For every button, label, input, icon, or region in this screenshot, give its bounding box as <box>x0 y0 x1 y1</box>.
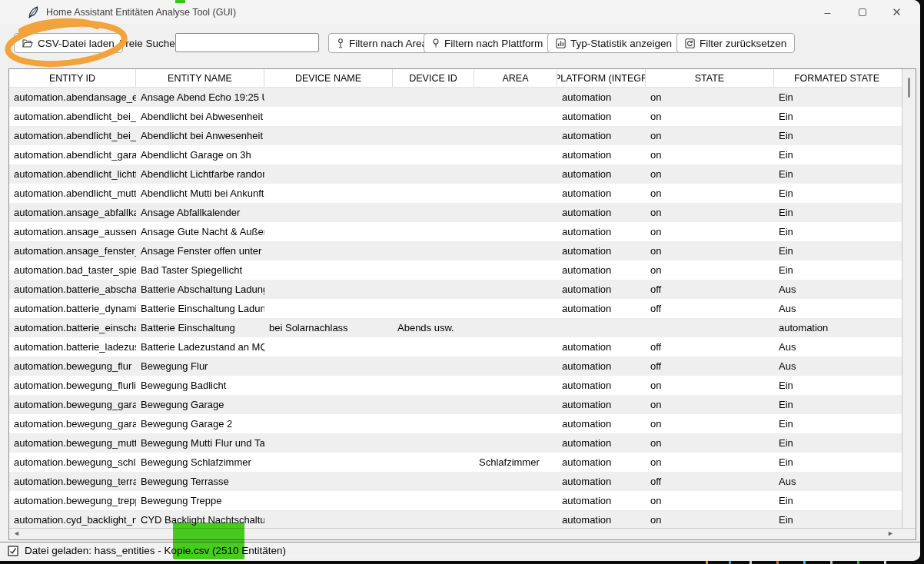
cell-state: on <box>646 107 774 126</box>
cell-entity-id: automation.bewegung_treppe <box>9 491 136 510</box>
cell-formated-state: Ein <box>774 491 899 510</box>
cell-entity-id: automation.ansage_abfallkale <box>9 203 136 222</box>
filter-area-button[interactable]: Filtern nach Area <box>328 33 436 53</box>
maximize-button[interactable] <box>845 0 879 24</box>
maximize-icon <box>859 8 866 16</box>
vertical-scrollbar[interactable] <box>902 69 916 528</box>
table-row[interactable]: automation.bewegung_flurBewegung Fluraut… <box>9 357 902 376</box>
table-row[interactable]: automation.ansage_abfallkaleAnsage Abfal… <box>9 203 902 222</box>
column-header-entity-name[interactable]: ENTITY NAME <box>136 69 264 87</box>
cell-platform: automation <box>557 164 646 184</box>
open-folder-icon <box>22 38 33 48</box>
reset-filter-button[interactable]: Filter zurücksetzen <box>676 33 795 53</box>
table-row[interactable]: automation.abendlicht_garagAbendlicht Ga… <box>9 145 902 164</box>
table-row[interactable]: automation.abendlicht_mutti_Abendlicht M… <box>9 184 902 203</box>
cell-entity-id: automation.abendlicht_mutti_ <box>9 184 136 203</box>
cell-entity-id: automation.bewegung_flurlich <box>9 376 136 395</box>
cell-formated-state: Ein <box>774 88 899 107</box>
cell-device-id <box>393 184 474 203</box>
table-row[interactable]: automation.bewegung_garagBewegung Garage… <box>9 395 902 414</box>
table-row[interactable]: automation.bewegung_flurlichBewegung Bad… <box>9 376 902 395</box>
table-row[interactable]: automation.bewegung_garagBewegung Garage… <box>9 414 902 433</box>
search-input[interactable] <box>175 33 319 52</box>
cell-area <box>474 395 557 414</box>
table-row[interactable]: automation.bad_taster_spiegeBad Taster S… <box>9 260 902 280</box>
table-row[interactable]: automation.ansage_aussenterAnsage Gute N… <box>9 222 902 241</box>
cell-device-name <box>264 376 393 395</box>
cell-entity-name: Bewegung Badlicht <box>136 376 264 395</box>
cell-formated-state: Ein <box>774 184 899 203</box>
cell-state: off <box>646 472 774 491</box>
table-row[interactable]: automation.abendansage_echAnsage Abend E… <box>9 88 902 107</box>
cell-device-name <box>264 260 393 280</box>
screen-edge <box>0 561 924 564</box>
table-row[interactable]: automation.ansage_fenster_ofAnsage Fenst… <box>9 241 902 260</box>
column-header-entity-id[interactable]: ENTITY ID <box>9 69 136 87</box>
cell-platform: automation <box>557 107 646 126</box>
cell-formated-state: Ein <box>774 433 899 453</box>
cell-device-name <box>264 203 393 222</box>
table-row[interactable]: automation.abendlicht_lichtfaAbendlicht … <box>9 164 902 184</box>
cell-state: on <box>646 414 774 433</box>
entity-table: ENTITY IDENTITY NAMEDEVICE NAMEDEVICE ID… <box>8 68 916 540</box>
taskbar-speck <box>857 561 859 564</box>
scroll-left-arrow-icon[interactable]: ◄ <box>13 529 20 537</box>
cell-entity-id: automation.abendlicht_lichtfa <box>9 164 136 184</box>
minimize-button[interactable]: – <box>810 0 845 24</box>
close-button[interactable]: ✕ <box>879 0 914 24</box>
column-header-device-id[interactable]: DEVICE ID <box>393 69 474 87</box>
table-row[interactable]: automation.batterie_ladezustaBatterie La… <box>9 337 902 357</box>
table-row[interactable]: automation.bewegung_treppeBewegung Trepp… <box>9 491 902 510</box>
table-row[interactable]: automation.batterie_abschaltuBatterie Ab… <box>9 280 902 299</box>
cell-area <box>474 510 557 528</box>
cell-formated-state: Ein <box>774 164 899 184</box>
scroll-right-arrow-icon[interactable]: ► <box>887 529 894 537</box>
taskbar-speck <box>750 561 752 564</box>
cell-state: on <box>646 88 774 107</box>
cell-state: on <box>646 510 774 528</box>
cell-device-id <box>393 491 474 510</box>
cell-device-id <box>393 145 474 164</box>
filter-platform-button[interactable]: Filtern nach Plattform <box>424 33 551 53</box>
cell-entity-id: automation.bewegung_terrass <box>9 472 136 491</box>
cell-device-name <box>264 126 393 145</box>
cell-state: on <box>646 203 774 222</box>
column-header-state[interactable]: STATE <box>646 69 774 87</box>
column-header-platform-integr[interactable]: PLATFORM (INTEGR <box>557 69 646 87</box>
cell-area <box>474 241 557 260</box>
vertical-scrollbar-thumb[interactable] <box>908 78 910 98</box>
cell-platform: automation <box>557 126 646 145</box>
cell-device-id <box>393 164 474 184</box>
cell-entity-name: Bewegung Flur <box>136 357 264 376</box>
cell-formated-state: Ein <box>774 145 899 164</box>
load-csv-button[interactable]: CSV-Datei laden <box>14 33 123 53</box>
table-row[interactable]: automation.abendlicht_bei_anAbendlicht b… <box>9 126 902 145</box>
cell-state <box>646 318 774 337</box>
type-statistics-label: Typ-Statistik anzeigen <box>570 38 672 49</box>
cell-device-id <box>393 88 474 107</box>
table-row[interactable]: automation.bewegung_mutti_Bewegung Mutti… <box>9 433 902 453</box>
table-row[interactable]: automation.cyd_backlight_naCYD Backlight… <box>9 510 902 528</box>
cell-device-name <box>264 472 393 491</box>
cell-area <box>474 126 557 145</box>
column-header-device-name[interactable]: DEVICE NAME <box>264 69 393 87</box>
cell-formated-state: Ein <box>774 395 899 414</box>
toolbar: CSV-Datei laden Freie Suche: Filtern nac… <box>0 24 920 66</box>
cell-area <box>474 299 557 318</box>
cell-entity-name: Abendlicht Lichtfarbe random <box>136 164 264 184</box>
cell-platform: automation <box>557 88 646 107</box>
table-row[interactable]: automation.batterie_dynamiscBatterie Ein… <box>9 299 902 318</box>
cell-device-id <box>393 376 474 395</box>
cell-device-id <box>393 126 474 145</box>
column-header-formated-state[interactable]: FORMATED STATE <box>774 69 899 87</box>
type-statistics-button[interactable]: Typ-Statistik anzeigen <box>547 33 680 53</box>
table-row[interactable]: automation.batterie_einschaltBatterie Ei… <box>9 318 902 337</box>
horizontal-scrollbar[interactable]: ◄ ► <box>9 528 916 539</box>
table-row[interactable]: automation.bewegung_terrassBewegung Terr… <box>9 472 902 491</box>
reset-arrow-icon <box>685 38 695 48</box>
cell-entity-name: Bewegung Mutti Flur und Tas <box>136 433 264 453</box>
table-row[interactable]: automation.bewegung_schlafBewegung Schla… <box>9 453 902 472</box>
cell-state: off <box>646 280 774 299</box>
column-header-area[interactable]: AREA <box>474 69 557 87</box>
table-row[interactable]: automation.abendlicht_bei_abAbendlicht b… <box>9 107 902 126</box>
